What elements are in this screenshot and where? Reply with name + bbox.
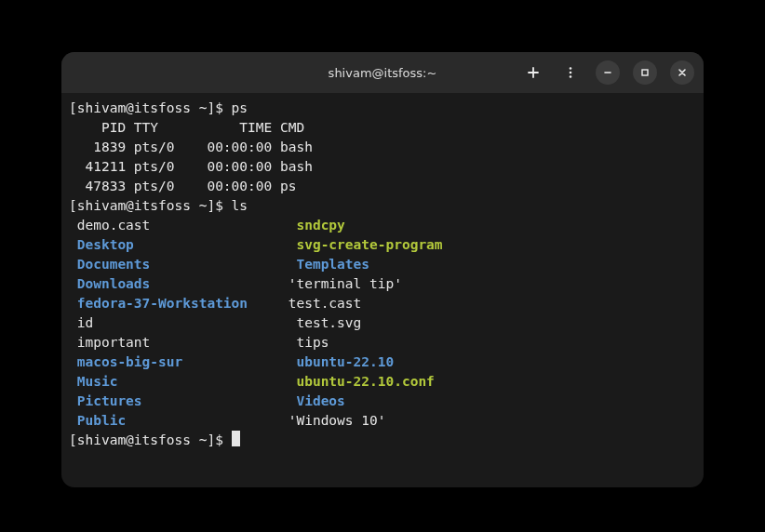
- ls-item: Desktop: [69, 237, 134, 252]
- new-tab-button[interactable]: [521, 60, 545, 85]
- ps-row: 1839 pts/0 00:00:00 bash: [69, 140, 313, 154]
- ls-item: demo.cast: [69, 218, 150, 233]
- terminal-body[interactable]: [shivam@itsfoss ~]$ ps PID TTY TIME CMD …: [61, 93, 704, 487]
- ls-item: ubuntu-22.10.conf: [289, 374, 435, 389]
- svg-point-2: [570, 75, 572, 78]
- prompt: [shivam@itsfoss ~]$: [69, 432, 232, 447]
- window-controls: [521, 60, 694, 85]
- ls-item: Documents: [69, 257, 150, 272]
- cursor: [232, 431, 240, 446]
- maximize-button[interactable]: [633, 60, 657, 85]
- ls-item: Music: [69, 374, 117, 389]
- ls-item: macos-big-sur: [69, 354, 182, 369]
- titlebar: shivam@itsfoss:~: [61, 52, 704, 93]
- terminal-window: shivam@itsfoss:~ [shivam@itsfoss ~]$ ps …: [61, 52, 704, 487]
- command-ls: ls: [232, 198, 248, 213]
- ls-item: important: [69, 335, 150, 350]
- ps-row: 47833 pts/0 00:00:00 ps: [69, 179, 296, 193]
- ls-item: 'terminal tip': [289, 276, 402, 291]
- ls-item: tips: [289, 335, 329, 350]
- minimize-button[interactable]: [596, 60, 620, 85]
- ls-item: Videos: [289, 393, 345, 408]
- close-button[interactable]: [670, 60, 694, 85]
- prompt: [shivam@itsfoss ~]$: [69, 100, 232, 115]
- svg-rect-3: [642, 70, 648, 75]
- window-title: shivam@itsfoss:~: [329, 66, 437, 80]
- command-ps: ps: [232, 100, 248, 115]
- ls-item: id: [69, 315, 93, 330]
- svg-point-1: [570, 72, 572, 74]
- ls-item: sndcpy: [289, 218, 345, 233]
- prompt: [shivam@itsfoss ~]$: [69, 198, 232, 213]
- ls-item: Public: [69, 413, 126, 428]
- menu-button[interactable]: [558, 60, 583, 85]
- ps-row: 41211 pts/0 00:00:00 bash: [69, 159, 313, 174]
- ls-item: Pictures: [69, 393, 142, 408]
- ls-item: test.svg: [289, 315, 362, 330]
- ls-item: fedora-37-Workstation: [69, 296, 248, 311]
- ls-item: test.cast: [280, 296, 361, 311]
- ls-item: ubuntu-22.10: [289, 354, 395, 369]
- svg-point-0: [570, 67, 572, 70]
- ls-item: Templates: [289, 257, 369, 272]
- ls-item: 'Windows 10': [289, 413, 386, 428]
- ps-header: PID TTY TIME CMD: [69, 120, 304, 135]
- ls-item: svg-create-program: [289, 237, 443, 252]
- ls-item: Downloads: [69, 276, 150, 291]
